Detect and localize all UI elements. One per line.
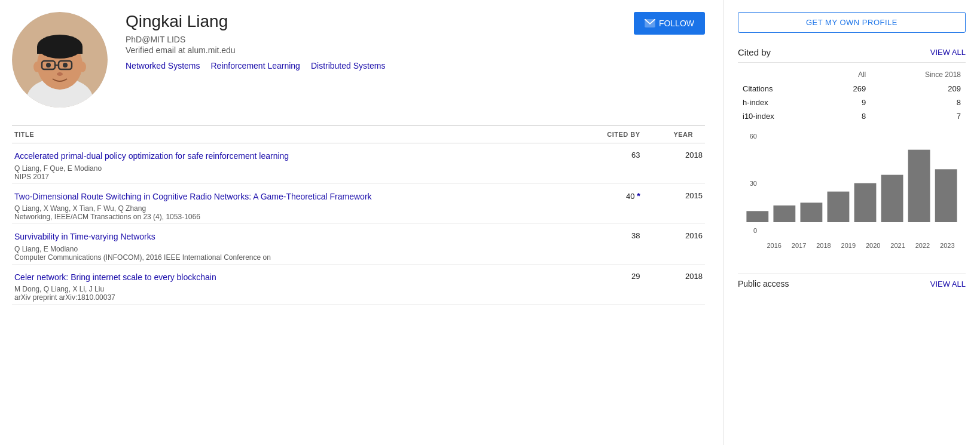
paper-authors: M Dong, Q Liang, X Li, J Liu [14, 285, 576, 293]
paper-venue: Computer Communications (INFOCOM), 2016 … [14, 253, 576, 262]
profile-tag[interactable]: Reinforcement Learning [210, 61, 300, 70]
chart-y-label: 60 [738, 133, 757, 140]
paper-year-cell: 2015 [652, 183, 705, 224]
chart-y-label: 0 [738, 227, 757, 234]
table-header: TITLE CITED BY YEAR [12, 126, 705, 143]
chart-bar [773, 205, 795, 222]
profile-email: Verified email at alum.mit.edu [126, 45, 622, 55]
stats-row: Citations 269 209 [738, 82, 966, 96]
stats-row: i10-index 8 7 [738, 109, 966, 123]
cited-col-header: CITED BY [578, 126, 652, 143]
paper-year-cell: 2018 [652, 264, 705, 305]
stat-since: 7 [871, 109, 966, 123]
public-access-label: Public access [738, 279, 789, 289]
chart-x-label: 2021 [890, 242, 905, 249]
paper-year-cell: 2016 [652, 224, 705, 265]
paper-venue: NIPS 2017 [14, 173, 576, 181]
paper-cited-cell: 63 [578, 143, 652, 184]
paper-title-cell: Accelerated primal-dual policy optimizat… [12, 143, 578, 184]
stat-label: Citations [738, 82, 824, 96]
chart-x-label: 2019 [841, 242, 856, 249]
chart-bar [908, 150, 930, 222]
profile-tags: Networked SystemsReinforcement LearningD… [126, 61, 622, 70]
profile-info: Qingkai Liang PhD@MIT LIDS Verified emai… [126, 12, 622, 70]
y-axis-labels: 60300 [738, 133, 757, 234]
profile-affiliation: PhD@MIT LIDS [126, 35, 622, 44]
paper-title-link[interactable]: Survivability in Time-varying Networks [14, 231, 576, 243]
chart-x-labels: 20162017201820192020202120222023 [738, 242, 966, 249]
profile-tag[interactable]: Networked Systems [126, 61, 200, 70]
title-col-header: TITLE [12, 126, 578, 143]
chart-bar [881, 175, 903, 222]
stats-divider [738, 62, 966, 63]
view-all-link[interactable]: VIEW ALL [930, 48, 966, 57]
stat-all: 269 [824, 82, 871, 96]
stat-since: 209 [871, 82, 966, 96]
svg-point-12 [33, 62, 41, 72]
chart-x-label: 2016 [767, 242, 781, 249]
paper-title-cell: Two-Dimensional Route Switching in Cogni… [12, 183, 578, 224]
paper-title-cell: Celer network: Bring internet scale to e… [12, 264, 578, 305]
svg-point-9 [46, 63, 51, 67]
chart-x-label: 2017 [792, 242, 806, 249]
paper-title-link[interactable]: Accelerated primal-dual policy optimizat… [14, 151, 576, 162]
profile-name: Qingkai Liang [126, 12, 622, 31]
paper-authors: Q Liang, F Que, E Modiano [14, 164, 576, 173]
svg-point-11 [57, 72, 63, 76]
star-icon: * [637, 191, 640, 201]
paper-cited-cell: 40 * [578, 183, 652, 224]
cited-count: 29 [631, 272, 640, 281]
svg-point-10 [63, 63, 68, 67]
paper-cited-cell: 38 [578, 224, 652, 265]
chart-bar [828, 192, 850, 222]
cited-count: 63 [631, 151, 640, 159]
citations-chart [738, 133, 966, 240]
public-access-view-all[interactable]: VIEW ALL [930, 280, 966, 289]
svg-point-13 [79, 62, 86, 72]
chart-x-label: 2018 [816, 242, 831, 249]
table-row: Celer network: Bring internet scale to e… [12, 264, 705, 305]
stat-all: 9 [824, 96, 871, 109]
get-profile-button[interactable]: GET MY OWN PROFILE [738, 12, 966, 33]
stats-since-col: Since 2018 [871, 67, 966, 82]
chart-area: 60300 20162017201820192020202120222023 [738, 133, 966, 264]
follow-button[interactable]: FOLLOW [634, 12, 705, 35]
stats-empty-col [738, 67, 824, 82]
chart-y-label: 30 [738, 180, 757, 187]
paper-year-cell: 2018 [652, 143, 705, 184]
paper-venue: arXiv preprint arXiv:1810.00037 [14, 293, 576, 302]
paper-authors: Q Liang, X Wang, X Tian, F Wu, Q Zhang [14, 204, 576, 213]
paper-title-link[interactable]: Two-Dimensional Route Switching in Cogni… [14, 191, 576, 203]
stats-row: h-index 9 8 [738, 96, 966, 109]
stats-table: All Since 2018 Citations 269 209 h-index… [738, 67, 966, 123]
chart-bar [935, 169, 957, 222]
paper-authors: Q Liang, E Modiano [14, 245, 576, 253]
stat-all: 8 [824, 109, 871, 123]
chart-bar [801, 202, 823, 222]
stat-since: 8 [871, 96, 966, 109]
table-row: Accelerated primal-dual policy optimizat… [12, 143, 705, 184]
email-icon [645, 19, 655, 27]
chart-x-label: 2020 [866, 242, 880, 249]
cited-count: 40 [626, 192, 634, 201]
table-row: Two-Dimensional Route Switching in Cogni… [12, 183, 705, 224]
chart-x-label: 2022 [915, 242, 930, 249]
profile-tag[interactable]: Distributed Systems [311, 61, 385, 70]
table-row: Survivability in Time-varying NetworksQ … [12, 224, 705, 265]
paper-title-link[interactable]: Celer network: Bring internet scale to e… [14, 272, 576, 284]
paper-title-cell: Survivability in Time-varying NetworksQ … [12, 224, 578, 265]
papers-table: TITLE CITED BY YEAR Accelerated primal-d… [12, 125, 705, 305]
avatar [12, 12, 108, 108]
cited-by-header: Cited by VIEW ALL [738, 47, 966, 57]
svg-rect-5 [37, 47, 83, 54]
cited-by-title: Cited by [738, 47, 771, 57]
paper-venue: Networking, IEEE/ACM Transactions on 23 … [14, 213, 576, 221]
chart-x-label: 2023 [940, 242, 954, 249]
cited-count: 38 [631, 231, 640, 240]
public-access-row: Public access VIEW ALL [738, 274, 966, 289]
sidebar: GET MY OWN PROFILE Cited by VIEW ALL All… [723, 0, 980, 445]
stats-all-col: All [824, 67, 871, 82]
stat-label: h-index [738, 96, 824, 109]
follow-label: FOLLOW [659, 19, 694, 28]
year-col-header: YEAR [652, 126, 705, 143]
